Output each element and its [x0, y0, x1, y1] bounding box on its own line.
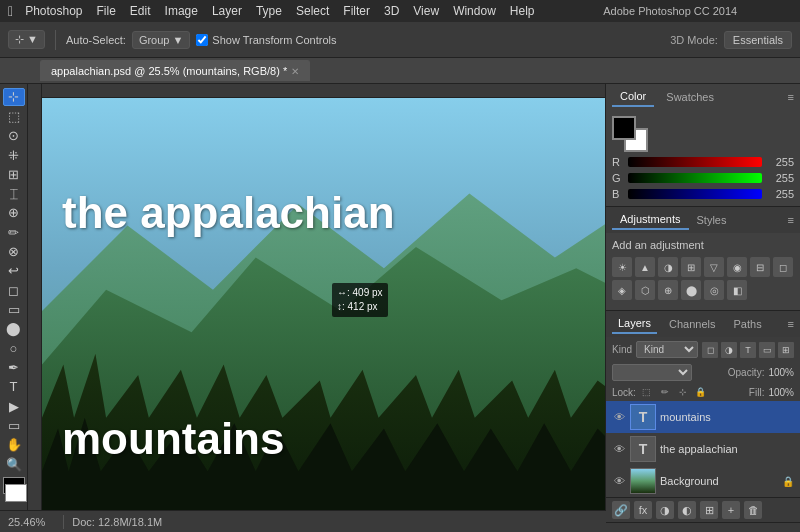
adjustments-panel-body: Add an adjustment ☀ ▲ ◑ ⊞ ▽ ◉ ⊟ ◻ ◈ ⬡ ⊕ … — [606, 233, 800, 310]
adj-panel-menu-icon[interactable]: ≡ — [788, 214, 794, 226]
layer-eye-mountains[interactable]: 👁 — [612, 410, 626, 424]
eyedropper-tool[interactable]: ⌶ — [3, 185, 25, 202]
menu-select[interactable]: Select — [296, 4, 329, 18]
menu-layer[interactable]: Layer — [212, 4, 242, 18]
fg-bg-swatch[interactable] — [612, 116, 648, 152]
brush-tool[interactable]: ✏ — [3, 224, 25, 241]
lock-paint-icon[interactable]: ✏ — [658, 385, 672, 399]
menu-type[interactable]: Type — [256, 4, 282, 18]
shape-tool[interactable]: ▭ — [3, 417, 25, 434]
fg-swatch[interactable] — [612, 116, 636, 140]
filter-shape-icon[interactable]: ▭ — [759, 342, 775, 358]
hue-sat-icon[interactable]: ◉ — [727, 257, 747, 277]
channel-mix-icon[interactable]: ⬡ — [635, 280, 655, 300]
history-tool[interactable]: ↩ — [3, 262, 25, 279]
main-area: ⊹ ⬚ ⊙ ⁜ ⊞ ⌶ ⊕ ✏ ⊗ ↩ ◻ ▭ ⬤ ○ ✒ T ▶ ▭ ✋ 🔍 — [0, 84, 800, 510]
lock-move-icon[interactable]: ⊹ — [676, 385, 690, 399]
menu-image[interactable]: Image — [165, 4, 198, 18]
gradient-tool[interactable]: ▭ — [3, 301, 25, 318]
color-lookup-icon[interactable]: ⊕ — [658, 280, 678, 300]
invert-icon[interactable]: ⬤ — [681, 280, 701, 300]
lock-transparent-icon[interactable]: ⬚ — [640, 385, 654, 399]
menu-view[interactable]: View — [413, 4, 439, 18]
fill-value[interactable]: 100% — [768, 387, 794, 398]
zoom-level[interactable]: 25.46% — [8, 516, 45, 528]
kind-select[interactable]: Kind — [636, 341, 698, 358]
bg-color-swatch[interactable] — [5, 484, 27, 502]
eraser-tool[interactable]: ◻ — [3, 282, 25, 299]
layer-background[interactable]: 👁 Background 🔒 — [606, 465, 800, 497]
hand-tool[interactable]: ✋ — [3, 436, 25, 453]
pen-tool[interactable]: ✒ — [3, 359, 25, 376]
exposure-icon[interactable]: ⊞ — [681, 257, 701, 277]
paths-tab[interactable]: Paths — [728, 315, 768, 333]
menu-photoshop[interactable]: Photoshop — [25, 4, 82, 18]
zoom-tool[interactable]: 🔍 — [3, 455, 25, 472]
blur-tool[interactable]: ⬤ — [3, 320, 25, 337]
layer-eye-appalachian[interactable]: 👁 — [612, 442, 626, 456]
filter-pixel-icon[interactable]: ◻ — [702, 342, 718, 358]
dodge-tool[interactable]: ○ — [3, 339, 25, 356]
color-tab[interactable]: Color — [612, 87, 654, 107]
layer-delete-btn[interactable]: 🗑 — [744, 501, 762, 519]
blend-mode-select[interactable]: Normal — [612, 364, 692, 381]
layers-tab[interactable]: Layers — [612, 314, 657, 334]
move-tool-btn[interactable]: ⊹ ▼ — [8, 30, 45, 49]
layer-group-btn[interactable]: ⊞ — [700, 501, 718, 519]
brightness-icon[interactable]: ☀ — [612, 257, 632, 277]
layers-panel-menu-icon[interactable]: ≡ — [788, 318, 794, 330]
menu-help[interactable]: Help — [510, 4, 535, 18]
swatches-tab[interactable]: Swatches — [658, 88, 722, 106]
menu-3d[interactable]: 3D — [384, 4, 399, 18]
vibrance-icon[interactable]: ▽ — [704, 257, 724, 277]
selection-tool[interactable]: ⬚ — [3, 108, 25, 125]
photo-filter-icon[interactable]: ◈ — [612, 280, 632, 300]
menu-edit[interactable]: Edit — [130, 4, 151, 18]
quick-select-tool[interactable]: ⁜ — [3, 146, 25, 163]
menu-file[interactable]: File — [97, 4, 116, 18]
panel-menu-icon[interactable]: ≡ — [788, 91, 794, 103]
essentials-btn[interactable]: Essentials — [724, 31, 792, 49]
posterize-icon[interactable]: ◎ — [704, 280, 724, 300]
bw-icon[interactable]: ◻ — [773, 257, 793, 277]
green-slider-track[interactable] — [628, 173, 762, 183]
crop-tool[interactable]: ⊞ — [3, 166, 25, 183]
lasso-tool[interactable]: ⊙ — [3, 127, 25, 144]
tab-close-icon[interactable]: ✕ — [291, 66, 299, 77]
layer-adjustment-btn[interactable]: ◐ — [678, 501, 696, 519]
layer-mountains[interactable]: 👁 T mountains — [606, 401, 800, 433]
canvas-image[interactable]: the appalachian mountains ↔: 409 px↕: 41… — [42, 98, 605, 510]
layer-new-btn[interactable]: + — [722, 501, 740, 519]
layer-mask-btn[interactable]: ◑ — [656, 501, 674, 519]
layer-eye-background[interactable]: 👁 — [612, 474, 626, 488]
levels-icon[interactable]: ▲ — [635, 257, 655, 277]
layer-appalachian[interactable]: 👁 T the appalachian — [606, 433, 800, 465]
opacity-value[interactable]: 100% — [768, 367, 794, 378]
filter-smartobj-icon[interactable]: ⊞ — [778, 342, 794, 358]
path-select-tool[interactable]: ▶ — [3, 397, 25, 414]
styles-tab[interactable]: Styles — [689, 211, 735, 229]
channels-tab[interactable]: Channels — [663, 315, 721, 333]
curves-icon[interactable]: ◑ — [658, 257, 678, 277]
color-balance-icon[interactable]: ⊟ — [750, 257, 770, 277]
menu-filter[interactable]: Filter — [343, 4, 370, 18]
text-tool[interactable]: T — [3, 378, 25, 395]
layer-effects-btn[interactable]: fx — [634, 501, 652, 519]
red-slider-track[interactable] — [628, 157, 762, 167]
layer-link-btn[interactable]: 🔗 — [612, 501, 630, 519]
filter-adj-icon[interactable]: ◑ — [721, 342, 737, 358]
clone-tool[interactable]: ⊗ — [3, 243, 25, 260]
lock-all-icon[interactable]: 🔒 — [694, 385, 708, 399]
group-select-btn[interactable]: Group ▼ — [132, 31, 190, 49]
apple-icon[interactable]:  — [8, 3, 13, 19]
document-tab[interactable]: appalachian.psd @ 25.5% (mountains, RGB/… — [40, 60, 310, 81]
menu-window[interactable]: Window — [453, 4, 496, 18]
show-transform-check[interactable]: Show Transform Controls — [196, 34, 336, 46]
filter-text-icon[interactable]: T — [740, 342, 756, 358]
blue-slider-track[interactable] — [628, 189, 762, 199]
move-tool[interactable]: ⊹ — [3, 88, 25, 106]
threshold-icon[interactable]: ◧ — [727, 280, 747, 300]
adjustments-tab[interactable]: Adjustments — [612, 210, 689, 230]
toolbar: ⊹ ▼ Auto-Select: Group ▼ Show Transform … — [0, 22, 800, 58]
spot-heal-tool[interactable]: ⊕ — [3, 204, 25, 221]
